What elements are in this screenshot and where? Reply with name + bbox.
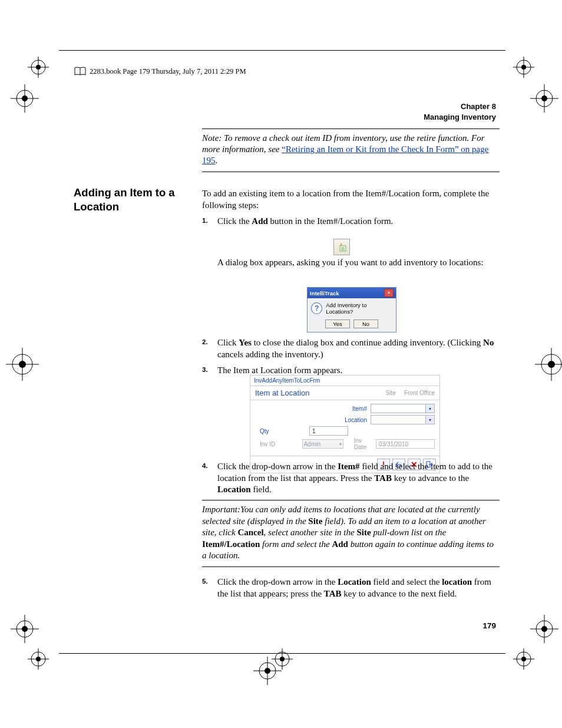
book-header-text: 2283.book Page 179 Thursday, July 7, 201… bbox=[90, 67, 246, 76]
after-icon-text: A dialog box appears, asking you if you … bbox=[202, 257, 500, 269]
step-number: 4. bbox=[202, 462, 208, 470]
step-5: 5. Click the drop-down arrow in the Loca… bbox=[202, 572, 500, 604]
page-header: Chapter 8 Managing Inventory bbox=[424, 101, 496, 122]
item-number-label: Item# bbox=[255, 406, 367, 412]
svg-point-7 bbox=[521, 65, 526, 70]
qty-label: Qty bbox=[255, 428, 306, 434]
no-button[interactable]: No bbox=[353, 319, 378, 328]
svg-point-11 bbox=[22, 95, 28, 101]
chapter-title: Managing Inventory bbox=[424, 112, 496, 123]
question-icon: ? bbox=[311, 302, 322, 314]
crop-mark-icon bbox=[28, 648, 49, 670]
section-heading: Adding an Item to a Location bbox=[74, 186, 177, 214]
chevron-down-icon: ▾ bbox=[339, 442, 342, 447]
steps-2-3: 2. Click Yes to close the dialog box and… bbox=[202, 332, 500, 381]
form-tab-name: InvAddAnyItemToLocFrm bbox=[250, 375, 439, 386]
yes-button[interactable]: Yes bbox=[325, 319, 350, 328]
step-1: 1. Click the Add button in the Item#/Loc… bbox=[202, 216, 500, 228]
svg-point-19 bbox=[19, 361, 26, 368]
crop-mark-icon bbox=[535, 348, 556, 369]
crop-mark-icon bbox=[513, 57, 534, 78]
list-item: 4. Click the drop-down arrow in the Item… bbox=[202, 461, 500, 496]
page-number: 179 bbox=[482, 621, 496, 630]
inv-id-field: Admin ▾ bbox=[302, 439, 343, 449]
important-block: Important:You can only add items to loca… bbox=[202, 500, 500, 567]
confirm-dialog: IntelliTrack × ? Add Inventory to Locati… bbox=[307, 287, 396, 332]
book-header-line: 2283.book Page 179 Thursday, July 7, 201… bbox=[74, 67, 246, 76]
location-field[interactable]: ▾ bbox=[371, 415, 435, 424]
step-number: 1. bbox=[202, 216, 208, 225]
note-block: Note: To remove a check out item ID from… bbox=[202, 129, 500, 172]
add-button-icon bbox=[333, 239, 350, 255]
site-label: Site bbox=[386, 390, 396, 396]
dialog-titlebar: IntelliTrack × bbox=[308, 288, 396, 298]
step-4: 4. Click the drop-down arrow in the Item… bbox=[202, 456, 500, 500]
crop-mark-icon bbox=[11, 615, 32, 636]
site-value: Front Office bbox=[404, 390, 435, 396]
intro-text: To add an existing item to a location fr… bbox=[202, 188, 500, 211]
inv-date-label: Inv Date bbox=[354, 437, 372, 450]
crop-mark-icon bbox=[513, 648, 534, 670]
svg-point-31 bbox=[541, 626, 547, 632]
step-number: 2. bbox=[202, 338, 208, 347]
close-icon[interactable]: × bbox=[384, 289, 394, 297]
crop-mark-icon bbox=[28, 57, 49, 78]
qty-field[interactable]: 1 bbox=[309, 426, 348, 436]
location-label: Location bbox=[255, 417, 367, 423]
inv-date-field: 03/31/2010 bbox=[376, 439, 435, 449]
svg-point-47 bbox=[265, 668, 270, 674]
list-item: 5. Click the drop-down arrow in the Loca… bbox=[202, 577, 500, 599]
item-number-field[interactable]: ▾ bbox=[371, 404, 435, 413]
chapter-label: Chapter 8 bbox=[424, 101, 496, 112]
svg-point-23 bbox=[548, 361, 555, 368]
inv-id-label: Inv ID bbox=[255, 441, 299, 447]
book-icon bbox=[74, 67, 86, 76]
step-number: 3. bbox=[202, 365, 208, 374]
crop-mark-icon bbox=[253, 657, 275, 678]
svg-point-15 bbox=[541, 95, 547, 101]
svg-point-3 bbox=[36, 65, 41, 70]
chevron-down-icon[interactable]: ▾ bbox=[425, 416, 434, 424]
dialog-message: Add Inventory to Locations? bbox=[326, 302, 392, 315]
intro-block: To add an existing item to a location fr… bbox=[202, 188, 500, 232]
note-suffix: . bbox=[216, 156, 218, 165]
svg-point-27 bbox=[22, 626, 28, 632]
dialog-title: IntelliTrack bbox=[310, 290, 339, 297]
crop-mark-icon bbox=[6, 348, 27, 369]
crop-mark-icon bbox=[530, 615, 551, 636]
crop-mark-icon bbox=[530, 84, 551, 106]
svg-point-39 bbox=[521, 657, 526, 661]
step-2: 2. Click Yes to close the dialog box and… bbox=[202, 337, 500, 360]
svg-point-35 bbox=[36, 657, 41, 661]
chevron-down-icon[interactable]: ▾ bbox=[425, 404, 434, 413]
step-number: 5. bbox=[202, 577, 208, 586]
form-title: Item at Location bbox=[255, 388, 310, 397]
crop-mark-icon bbox=[11, 84, 32, 106]
